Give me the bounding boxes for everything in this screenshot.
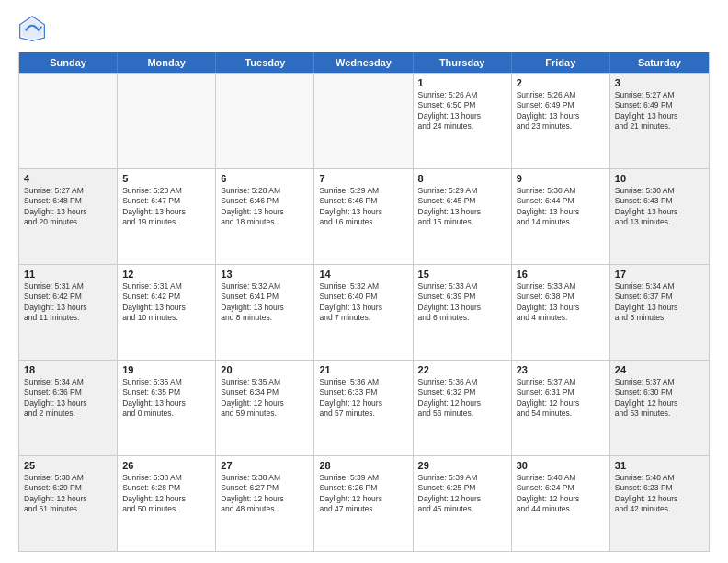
calendar-cell: 27Sunrise: 5:38 AM Sunset: 6:27 PM Dayli… (216, 456, 314, 551)
calendar-cell: 26Sunrise: 5:38 AM Sunset: 6:28 PM Dayli… (118, 456, 216, 551)
calendar-cell: 9Sunrise: 5:30 AM Sunset: 6:44 PM Daylig… (512, 169, 610, 264)
day-number: 9 (517, 173, 605, 184)
day-number: 8 (418, 173, 506, 184)
cell-content: Sunrise: 5:29 AM Sunset: 6:46 PM Dayligh… (319, 186, 407, 228)
day-number: 7 (319, 173, 407, 184)
day-number: 14 (319, 269, 407, 280)
calendar-cell: 8Sunrise: 5:29 AM Sunset: 6:45 PM Daylig… (414, 169, 512, 264)
cell-content: Sunrise: 5:30 AM Sunset: 6:44 PM Dayligh… (517, 186, 605, 228)
day-number: 30 (517, 460, 605, 471)
calendar-cell: 18Sunrise: 5:34 AM Sunset: 6:36 PM Dayli… (19, 361, 118, 455)
day-number: 31 (615, 460, 704, 471)
day-header-monday: Monday (118, 52, 216, 73)
calendar-cell: 21Sunrise: 5:36 AM Sunset: 6:33 PM Dayli… (314, 361, 413, 455)
calendar-cell: 17Sunrise: 5:34 AM Sunset: 6:37 PM Dayli… (610, 265, 709, 360)
cell-content: Sunrise: 5:38 AM Sunset: 6:28 PM Dayligh… (122, 473, 210, 515)
calendar-cell: 4Sunrise: 5:27 AM Sunset: 6:48 PM Daylig… (19, 169, 118, 264)
calendar-cell: 6Sunrise: 5:28 AM Sunset: 6:46 PM Daylig… (216, 169, 314, 264)
day-number: 28 (319, 460, 407, 471)
cell-content: Sunrise: 5:34 AM Sunset: 6:36 PM Dayligh… (24, 377, 112, 419)
calendar-cell (216, 74, 314, 168)
calendar-cell: 7Sunrise: 5:29 AM Sunset: 6:46 PM Daylig… (314, 169, 413, 264)
calendar-cell: 20Sunrise: 5:35 AM Sunset: 6:34 PM Dayli… (216, 361, 314, 455)
calendar: SundayMondayTuesdayWednesdayThursdayFrid… (18, 52, 710, 552)
day-number: 1 (418, 77, 506, 88)
cell-content: Sunrise: 5:27 AM Sunset: 6:49 PM Dayligh… (615, 90, 704, 132)
logo-icon (18, 15, 46, 42)
cell-content: Sunrise: 5:26 AM Sunset: 6:49 PM Dayligh… (517, 90, 605, 132)
calendar-cell: 30Sunrise: 5:40 AM Sunset: 6:24 PM Dayli… (512, 456, 610, 551)
day-header-saturday: Saturday (610, 52, 709, 73)
day-header-sunday: Sunday (19, 52, 118, 73)
day-number: 18 (24, 364, 112, 375)
calendar-cell: 31Sunrise: 5:40 AM Sunset: 6:23 PM Dayli… (610, 456, 709, 551)
calendar-cell: 19Sunrise: 5:35 AM Sunset: 6:35 PM Dayli… (118, 361, 216, 455)
cell-content: Sunrise: 5:38 AM Sunset: 6:27 PM Dayligh… (221, 473, 309, 515)
day-number: 5 (122, 173, 210, 184)
day-number: 13 (221, 269, 309, 280)
cell-content: Sunrise: 5:36 AM Sunset: 6:33 PM Dayligh… (319, 377, 407, 419)
calendar-header: SundayMondayTuesdayWednesdayThursdayFrid… (19, 52, 709, 73)
day-number: 20 (221, 364, 309, 375)
cell-content: Sunrise: 5:39 AM Sunset: 6:25 PM Dayligh… (418, 473, 506, 515)
calendar-week-3: 11Sunrise: 5:31 AM Sunset: 6:42 PM Dayli… (19, 264, 709, 360)
cell-content: Sunrise: 5:32 AM Sunset: 6:40 PM Dayligh… (319, 282, 407, 324)
cell-content: Sunrise: 5:30 AM Sunset: 6:43 PM Dayligh… (615, 186, 704, 228)
page: SundayMondayTuesdayWednesdayThursdayFrid… (0, 0, 728, 563)
calendar-cell: 22Sunrise: 5:36 AM Sunset: 6:32 PM Dayli… (414, 361, 512, 455)
calendar-week-1: 1Sunrise: 5:26 AM Sunset: 6:50 PM Daylig… (19, 73, 709, 168)
calendar-week-4: 18Sunrise: 5:34 AM Sunset: 6:36 PM Dayli… (19, 360, 709, 455)
calendar-cell: 10Sunrise: 5:30 AM Sunset: 6:43 PM Dayli… (610, 169, 709, 264)
cell-content: Sunrise: 5:28 AM Sunset: 6:47 PM Dayligh… (122, 186, 210, 228)
day-number: 16 (517, 269, 605, 280)
cell-content: Sunrise: 5:35 AM Sunset: 6:35 PM Dayligh… (122, 377, 210, 419)
cell-content: Sunrise: 5:33 AM Sunset: 6:39 PM Dayligh… (418, 282, 506, 324)
cell-content: Sunrise: 5:39 AM Sunset: 6:26 PM Dayligh… (319, 473, 407, 515)
calendar-cell (314, 74, 413, 168)
cell-content: Sunrise: 5:32 AM Sunset: 6:41 PM Dayligh… (221, 282, 309, 324)
cell-content: Sunrise: 5:27 AM Sunset: 6:48 PM Dayligh… (24, 186, 112, 228)
cell-content: Sunrise: 5:40 AM Sunset: 6:24 PM Dayligh… (517, 473, 605, 515)
cell-content: Sunrise: 5:33 AM Sunset: 6:38 PM Dayligh… (517, 282, 605, 324)
cell-content: Sunrise: 5:31 AM Sunset: 6:42 PM Dayligh… (24, 282, 112, 324)
day-number: 3 (615, 77, 704, 88)
day-number: 26 (122, 460, 210, 471)
cell-content: Sunrise: 5:36 AM Sunset: 6:32 PM Dayligh… (418, 377, 506, 419)
calendar-cell: 14Sunrise: 5:32 AM Sunset: 6:40 PM Dayli… (314, 265, 413, 360)
day-number: 22 (418, 364, 506, 375)
cell-content: Sunrise: 5:34 AM Sunset: 6:37 PM Dayligh… (615, 282, 704, 324)
day-number: 23 (517, 364, 605, 375)
calendar-cell: 2Sunrise: 5:26 AM Sunset: 6:49 PM Daylig… (512, 74, 610, 168)
day-number: 27 (221, 460, 309, 471)
cell-content: Sunrise: 5:31 AM Sunset: 6:42 PM Dayligh… (122, 282, 210, 324)
calendar-cell: 29Sunrise: 5:39 AM Sunset: 6:25 PM Dayli… (414, 456, 512, 551)
calendar-cell: 12Sunrise: 5:31 AM Sunset: 6:42 PM Dayli… (118, 265, 216, 360)
day-number: 12 (122, 269, 210, 280)
calendar-cell: 5Sunrise: 5:28 AM Sunset: 6:47 PM Daylig… (118, 169, 216, 264)
day-number: 11 (24, 269, 112, 280)
cell-content: Sunrise: 5:26 AM Sunset: 6:50 PM Dayligh… (418, 90, 506, 132)
calendar-cell: 15Sunrise: 5:33 AM Sunset: 6:39 PM Dayli… (414, 265, 512, 360)
day-number: 25 (24, 460, 112, 471)
calendar-cell: 16Sunrise: 5:33 AM Sunset: 6:38 PM Dayli… (512, 265, 610, 360)
calendar-body: 1Sunrise: 5:26 AM Sunset: 6:50 PM Daylig… (19, 73, 709, 551)
day-number: 2 (517, 77, 605, 88)
calendar-cell (118, 74, 216, 168)
day-number: 21 (319, 364, 407, 375)
day-number: 24 (615, 364, 704, 375)
calendar-cell: 23Sunrise: 5:37 AM Sunset: 6:31 PM Dayli… (512, 361, 610, 455)
cell-content: Sunrise: 5:37 AM Sunset: 6:31 PM Dayligh… (517, 377, 605, 419)
calendar-cell: 3Sunrise: 5:27 AM Sunset: 6:49 PM Daylig… (610, 74, 709, 168)
calendar-week-2: 4Sunrise: 5:27 AM Sunset: 6:48 PM Daylig… (19, 168, 709, 264)
day-header-friday: Friday (512, 52, 610, 73)
day-header-tuesday: Tuesday (216, 52, 314, 73)
day-number: 10 (615, 173, 704, 184)
cell-content: Sunrise: 5:28 AM Sunset: 6:46 PM Dayligh… (221, 186, 309, 228)
day-number: 17 (615, 269, 704, 280)
calendar-cell: 1Sunrise: 5:26 AM Sunset: 6:50 PM Daylig… (414, 74, 512, 168)
cell-content: Sunrise: 5:29 AM Sunset: 6:45 PM Dayligh… (418, 186, 506, 228)
calendar-cell: 28Sunrise: 5:39 AM Sunset: 6:26 PM Dayli… (314, 456, 413, 551)
calendar-cell: 11Sunrise: 5:31 AM Sunset: 6:42 PM Dayli… (19, 265, 118, 360)
day-number: 29 (418, 460, 506, 471)
day-number: 6 (221, 173, 309, 184)
